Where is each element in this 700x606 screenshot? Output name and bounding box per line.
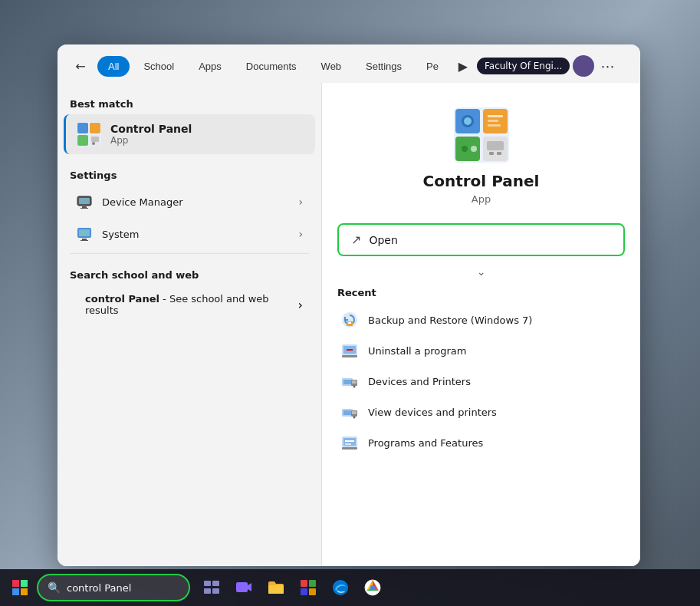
user-avatar[interactable] bbox=[573, 55, 594, 77]
svg-rect-31 bbox=[497, 152, 501, 155]
svg-point-72 bbox=[370, 585, 375, 590]
svg-rect-10 bbox=[81, 208, 88, 209]
recent-label: Recent bbox=[337, 287, 625, 298]
best-match-item[interactable]: Control Panel App bbox=[64, 114, 315, 154]
svg-rect-24 bbox=[488, 124, 501, 127]
view-devices-label: View devices and printers bbox=[368, 407, 497, 418]
tab-documents[interactable]: Documents bbox=[235, 56, 307, 77]
tab-apps[interactable]: Apps bbox=[188, 56, 232, 77]
app-hero-subtitle: App bbox=[472, 193, 491, 205]
svg-rect-51 bbox=[342, 447, 357, 450]
svg-rect-61 bbox=[212, 588, 219, 594]
device-manager-icon bbox=[76, 193, 93, 210]
device-manager-label: Device Manager bbox=[102, 196, 289, 208]
svg-point-20 bbox=[464, 117, 472, 125]
svg-point-6 bbox=[92, 142, 95, 145]
recent-item-devices[interactable]: Devices and Printers bbox=[337, 366, 625, 397]
programs-icon bbox=[340, 433, 359, 452]
svg-rect-54 bbox=[12, 580, 19, 587]
web-section-label: Search school and web bbox=[58, 263, 321, 285]
right-panel: Control Panel App ↗ Open ⌄ Recent bbox=[322, 83, 640, 566]
file-explorer-button[interactable] bbox=[261, 572, 291, 603]
back-button[interactable]: ← bbox=[70, 55, 91, 77]
svg-rect-1 bbox=[77, 123, 88, 133]
tab-settings[interactable]: Settings bbox=[355, 56, 412, 77]
svg-rect-64 bbox=[268, 585, 284, 594]
recent-item-backup[interactable]: Backup and Restore (Windows 7) bbox=[337, 305, 625, 335]
menu-content: Best match bbox=[58, 83, 640, 566]
web-item-label: control Panel - See school and web resul… bbox=[85, 293, 289, 316]
desktop: ← All School Apps Documents Web Settings… bbox=[0, 0, 700, 606]
store-button[interactable] bbox=[293, 572, 324, 603]
svg-rect-65 bbox=[301, 580, 307, 587]
svg-point-26 bbox=[462, 146, 468, 152]
tab-school[interactable]: School bbox=[133, 56, 185, 77]
devices-label: Devices and Printers bbox=[368, 376, 471, 387]
svg-point-43 bbox=[353, 386, 356, 388]
web-item-bold: control Panel bbox=[85, 293, 159, 305]
chrome-browser-button[interactable] bbox=[357, 572, 388, 603]
play-button[interactable]: ▶ bbox=[452, 55, 474, 77]
svg-rect-62 bbox=[236, 582, 248, 592]
settings-item-device-manager[interactable]: Device Manager › bbox=[64, 186, 315, 218]
open-button[interactable]: ↗ Open bbox=[337, 223, 625, 256]
open-label: Open bbox=[369, 234, 397, 246]
tab-all[interactable]: All bbox=[97, 56, 130, 77]
uninstall-label: Uninstall a program bbox=[368, 345, 466, 357]
recent-section: Recent Backup and Restor bbox=[322, 281, 640, 464]
svg-rect-3 bbox=[77, 135, 88, 146]
programs-label: Programs and Features bbox=[368, 437, 483, 449]
best-match-info: Control Panel App bbox=[110, 123, 192, 146]
expand-chevron[interactable]: ⌄ bbox=[322, 262, 640, 281]
svg-rect-13 bbox=[82, 239, 87, 240]
edge-browser-button[interactable] bbox=[325, 572, 356, 603]
taskbar: 🔍 control Panel bbox=[0, 569, 700, 606]
tab-web[interactable]: Web bbox=[311, 56, 353, 77]
svg-marker-63 bbox=[248, 583, 251, 591]
svg-rect-9 bbox=[82, 206, 87, 208]
recent-item-programs[interactable]: Programs and Features bbox=[337, 427, 625, 458]
settings-section: Settings Device Manager › bbox=[58, 163, 321, 250]
svg-rect-52 bbox=[345, 440, 354, 442]
recent-item-view-devices[interactable]: View devices and printers bbox=[337, 397, 625, 427]
svg-point-27 bbox=[471, 146, 477, 152]
more-options-button[interactable]: ⋯ bbox=[597, 58, 617, 74]
backup-icon bbox=[340, 311, 359, 329]
svg-rect-22 bbox=[488, 115, 503, 117]
chevron-icon-2: › bbox=[298, 228, 303, 240]
start-button[interactable] bbox=[6, 574, 34, 601]
view-devices-icon bbox=[340, 403, 359, 421]
open-icon: ↗ bbox=[351, 232, 361, 247]
web-search-item[interactable]: control Panel - See school and web resul… bbox=[64, 285, 315, 324]
best-match-label: Best match bbox=[58, 92, 321, 114]
svg-rect-47 bbox=[352, 411, 357, 414]
settings-item-system[interactable]: System › bbox=[64, 218, 315, 250]
control-panel-icon bbox=[77, 122, 101, 147]
app-hero: Control Panel App bbox=[322, 83, 640, 217]
svg-rect-34 bbox=[348, 322, 351, 324]
svg-rect-68 bbox=[309, 588, 316, 595]
recent-item-uninstall[interactable]: Uninstall a program bbox=[337, 335, 625, 366]
svg-rect-40 bbox=[343, 380, 351, 384]
web-section: Search school and web control Panel - Se… bbox=[58, 263, 321, 324]
taskbar-search-icon: 🔍 bbox=[48, 581, 61, 594]
svg-rect-23 bbox=[488, 120, 498, 122]
svg-rect-2 bbox=[90, 123, 100, 133]
backup-label: Backup and Restore (Windows 7) bbox=[368, 315, 532, 326]
svg-rect-14 bbox=[81, 240, 88, 241]
svg-rect-30 bbox=[489, 152, 494, 155]
tab-pe[interactable]: Pe bbox=[416, 56, 449, 77]
system-icon bbox=[76, 226, 93, 242]
settings-label: Settings bbox=[58, 163, 321, 186]
best-match-title: Control Panel bbox=[110, 123, 192, 135]
uninstall-icon bbox=[340, 341, 359, 360]
devices-icon bbox=[340, 372, 359, 390]
taskbar-search-bar[interactable]: 🔍 control Panel bbox=[37, 574, 190, 601]
faculty-badge[interactable]: Faculty Of Engi... bbox=[477, 58, 570, 74]
app-hero-title: Control Panel bbox=[423, 172, 540, 190]
svg-rect-59 bbox=[212, 581, 219, 586]
video-call-button[interactable] bbox=[228, 572, 259, 603]
task-view-button[interactable] bbox=[196, 572, 227, 603]
svg-rect-42 bbox=[352, 380, 357, 384]
svg-rect-12 bbox=[79, 229, 90, 236]
